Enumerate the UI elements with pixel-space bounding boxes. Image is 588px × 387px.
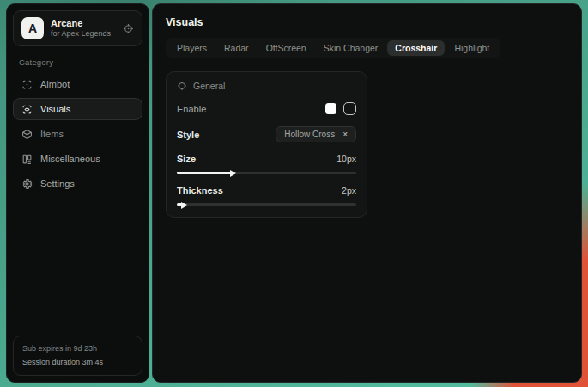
slider-thumb[interactable] <box>181 202 187 209</box>
thickness-row: Thickness 2px <box>177 185 356 196</box>
sidebar-item-miscellaneous[interactable]: Miscellaneous <box>13 148 142 170</box>
thickness-slider[interactable] <box>177 203 356 206</box>
subscription-info: Sub expires in 9d 23h Session duration 3… <box>13 336 142 376</box>
thickness-label: Thickness <box>177 185 223 196</box>
clear-icon[interactable]: × <box>342 130 348 139</box>
size-value: 10px <box>336 154 356 164</box>
settings-icon <box>21 178 33 190</box>
sidebar-item-settings[interactable]: Settings <box>13 172 142 195</box>
tab-players[interactable]: Players <box>169 40 215 56</box>
target-icon <box>177 81 187 91</box>
tab-highlight[interactable]: Highlight <box>446 40 497 56</box>
sidebar: A Arcane for Apex Legends Category Aimbo… <box>6 3 149 383</box>
enable-label: Enable <box>177 104 206 114</box>
size-slider[interactable] <box>177 172 356 174</box>
sub-expires-text: Sub expires in 9d 23h <box>22 342 133 355</box>
sidebar-item-label: Visuals <box>40 104 70 114</box>
general-panel: General Enable Style Hollow Cross × Size… <box>166 71 367 218</box>
tab-crosshair[interactable]: Crosshair <box>387 40 445 56</box>
crosshair-icon[interactable] <box>123 23 134 34</box>
size-row: Size 10px <box>177 154 356 164</box>
miscellaneous-icon <box>21 154 33 165</box>
page-title: Visuals <box>166 16 568 28</box>
app-header: A Arcane for Apex Legends <box>13 10 142 46</box>
sidebar-item-items[interactable]: Items <box>13 123 142 145</box>
aimbot-icon <box>21 79 33 90</box>
thickness-value: 2px <box>342 185 356 196</box>
sidebar-item-aimbot[interactable]: Aimbot <box>13 73 142 95</box>
visuals-icon <box>21 104 33 115</box>
category-label: Category <box>19 57 136 67</box>
slider-thumb[interactable] <box>230 170 236 177</box>
app-name: Arcane <box>51 18 116 30</box>
style-label: Style <box>177 130 199 140</box>
sidebar-nav: Aimbot Visuals Items <box>13 73 142 195</box>
visuals-tabbar: Players Radar OffScreen Skin Changer Cro… <box>166 38 500 58</box>
main-content: Visuals Players Radar OffScreen Skin Cha… <box>152 3 582 383</box>
tab-offscreen[interactable]: OffScreen <box>258 40 314 56</box>
app-logo: A <box>21 17 44 39</box>
enable-row: Enable <box>177 102 356 115</box>
sidebar-item-label: Items <box>40 129 64 139</box>
sidebar-item-label: Settings <box>40 178 75 189</box>
app-subtitle: for Apex Legends <box>51 29 116 39</box>
tab-radar[interactable]: Radar <box>216 40 257 56</box>
style-row: Style Hollow Cross × <box>177 126 356 142</box>
items-icon <box>21 129 33 140</box>
session-duration-text: Session duration 3m 4s <box>22 356 133 369</box>
enable-checkbox[interactable] <box>343 102 356 115</box>
color-swatch[interactable] <box>325 103 336 114</box>
sidebar-item-visuals[interactable]: Visuals <box>13 98 142 120</box>
sidebar-item-label: Miscellaneous <box>40 154 100 164</box>
size-label: Size <box>177 154 196 164</box>
tab-skin-changer[interactable]: Skin Changer <box>316 40 386 56</box>
style-select[interactable]: Hollow Cross × <box>276 126 356 142</box>
panel-title: General <box>193 81 225 91</box>
sidebar-item-label: Aimbot <box>40 79 70 89</box>
app-window: A Arcane for Apex Legends Category Aimbo… <box>6 3 582 383</box>
style-value: Hollow Cross <box>284 130 335 139</box>
